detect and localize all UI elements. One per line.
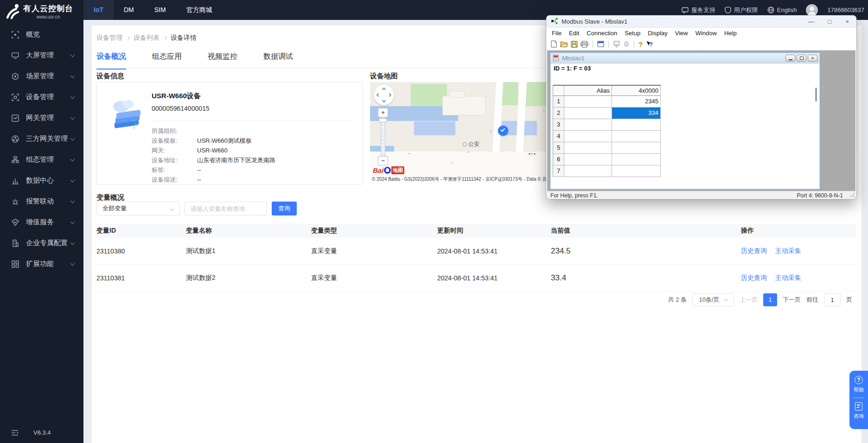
nav-tab-iot[interactable]: IoT [83, 0, 114, 20]
modbus-titlebar[interactable]: Modbus Slave - Mbslav1 — □ × [546, 15, 856, 28]
sidebar-item-value-added-services[interactable]: 增值服务 [0, 212, 83, 233]
child-close-button[interactable]: × [808, 55, 817, 62]
grid-value-cell[interactable] [612, 119, 661, 131]
print-icon[interactable] [581, 41, 588, 48]
child-restore-button[interactable] [797, 55, 806, 62]
sidebar-item-data-center[interactable]: 数据中心 [0, 171, 83, 191]
sidebar-collapse-icon[interactable] [11, 430, 19, 438]
mbslav1-child-window[interactable]: Mbslav1 × ID = 1: F = 03 Alias 4x0000 1 [550, 52, 820, 190]
breadcrumb-device-mgmt[interactable]: 设备管理 [96, 34, 122, 42]
grid-alias-cell[interactable] [564, 142, 612, 154]
minimize-button[interactable]: — [808, 18, 814, 25]
variable-search-input[interactable] [185, 202, 267, 215]
sidebar-item-overview[interactable]: 概览 [0, 25, 83, 45]
sidebar-item-third-gateway-mgmt[interactable]: 三方网关管理 [0, 129, 83, 150]
menu-help[interactable]: Help [721, 30, 740, 37]
grid-value-cell-selected[interactable]: 334 [612, 108, 661, 119]
language-switch[interactable]: English [767, 6, 797, 13]
menu-connection[interactable]: Connection [583, 30, 621, 37]
variable-type-select[interactable]: 全部变量 [96, 202, 180, 215]
nav-tab-mall[interactable]: 官方商城 [176, 0, 223, 20]
sidebar-item-alarm-linkage[interactable]: 报警联动 [0, 191, 83, 212]
next-page-button[interactable]: 下一页 [783, 296, 801, 304]
child-vertical-scrollbar[interactable] [815, 88, 817, 101]
zoom-slider-track[interactable] [381, 117, 385, 156]
grid-alias-cell[interactable] [564, 165, 612, 177]
device-location-marker[interactable] [498, 126, 508, 136]
save-file-icon[interactable] [571, 41, 578, 48]
user-avatar[interactable] [806, 4, 818, 16]
logo-subtitle: www.usr.cn [23, 14, 73, 19]
menu-display[interactable]: Display [644, 30, 671, 37]
tab-video-monitor[interactable]: 视频监控 [208, 52, 237, 70]
help-question-icon[interactable]: ? [855, 376, 863, 384]
help-icon[interactable]: ? [638, 40, 643, 48]
grid-alias-cell[interactable] [564, 108, 612, 119]
permission-link[interactable]: 用户权限 [725, 6, 758, 14]
map-pan-control[interactable] [374, 85, 394, 105]
resize-grip[interactable] [850, 192, 855, 198]
history-query-link[interactable]: 历史查询 [741, 247, 767, 255]
menu-edit[interactable]: Edit [565, 30, 583, 37]
support-link[interactable]: 服务支持 [682, 6, 715, 14]
child-titlebar[interactable]: Mbslav1 × [551, 53, 819, 63]
menu-setup[interactable]: Setup [621, 30, 644, 37]
zoom-out-button[interactable]: − [378, 156, 388, 165]
active-collect-link[interactable]: 主动采集 [775, 274, 801, 282]
menu-window[interactable]: Window [692, 30, 721, 37]
search-button[interactable]: 查询 [272, 202, 297, 215]
maximize-button[interactable]: □ [828, 18, 832, 25]
sidebar-item-extensions[interactable]: 扩展功能 [0, 254, 83, 275]
grid-value-cell[interactable] [612, 165, 661, 177]
breadcrumb-device-list[interactable]: 设备列表 [134, 34, 160, 42]
consult-doc-icon[interactable] [855, 402, 862, 411]
tab-data-debug[interactable]: 数据调试 [263, 52, 293, 70]
grid-value-cell[interactable]: 2345 [612, 96, 661, 108]
sidebar-item-config-mgmt[interactable]: 组态管理 [0, 150, 83, 171]
grid-alias-cell[interactable] [564, 96, 612, 108]
sidebar-item-screen-mgmt[interactable]: 大屏管理 [0, 45, 83, 66]
sidebar-item-scene-mgmt[interactable]: 场景管理 [0, 66, 83, 87]
grid-value-cell[interactable] [612, 131, 661, 142]
close-button[interactable]: × [845, 18, 849, 25]
grid-value-cell[interactable] [612, 142, 661, 154]
modbus-slave-window[interactable]: Modbus Slave - Mbslav1 — □ × File Edit C… [546, 15, 856, 199]
pagination: 共 2 条 10条/页 上一页 1 下一页 前往 页 [668, 293, 852, 306]
zoom-slider-handle[interactable] [379, 118, 387, 122]
consult-button[interactable]: 咨询 [854, 413, 864, 420]
pan-down-icon[interactable] [382, 99, 386, 102]
pan-left-icon[interactable] [377, 93, 380, 97]
grid-alias-cell[interactable] [564, 119, 612, 131]
new-file-icon[interactable] [550, 40, 557, 48]
help-button[interactable]: 帮助 [854, 386, 864, 393]
menu-view[interactable]: View [671, 30, 692, 37]
pan-up-icon[interactable] [382, 88, 386, 91]
grid-alias-cell[interactable] [564, 131, 612, 142]
tab-device-overview[interactable]: 设备概况 [96, 52, 126, 70]
page-number-1[interactable]: 1 [763, 293, 777, 306]
nav-tab-sim[interactable]: SIM [144, 0, 176, 20]
nav-tab-dm[interactable]: DM [114, 0, 144, 20]
communication-traffic-icon[interactable] [613, 41, 620, 48]
active-collect-link[interactable]: 主动采集 [775, 247, 801, 255]
history-query-link[interactable]: 历史查询 [741, 274, 767, 282]
pan-right-icon[interactable] [388, 93, 391, 97]
context-help-icon[interactable]: ? [645, 40, 654, 48]
grid-value-cell[interactable] [612, 154, 661, 165]
logo[interactable]: 有人云控制台 www.usr.cn [0, 0, 83, 21]
sidebar-item-device-mgmt[interactable]: 设备管理 [0, 87, 83, 108]
prev-page-button[interactable]: 上一页 [740, 296, 758, 304]
display-setup-icon[interactable] [597, 41, 604, 47]
page-size-select[interactable]: 10条/页 [692, 293, 734, 306]
user-phone[interactable]: 17866603637 [827, 6, 864, 13]
sidebar-item-enterprise-config[interactable]: 企业专属配置 [0, 233, 83, 254]
tab-config-app[interactable]: 组态应用 [152, 52, 182, 70]
goto-page-input[interactable] [824, 293, 841, 306]
grid-alias-cell[interactable] [564, 154, 612, 165]
child-minimize-button[interactable] [785, 55, 795, 62]
open-file-icon[interactable] [560, 41, 568, 47]
device-info-title: 设备信息 [96, 72, 124, 81]
zoom-in-button[interactable]: + [378, 108, 388, 117]
sidebar-item-gateway-mgmt[interactable]: 网关管理 [0, 108, 83, 129]
menu-file[interactable]: File [548, 30, 565, 37]
